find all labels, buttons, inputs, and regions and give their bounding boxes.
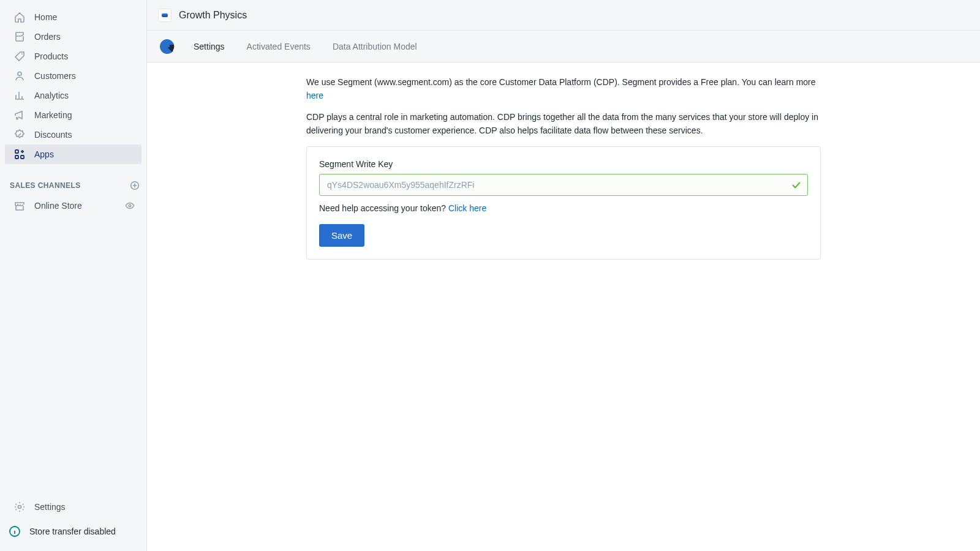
segment-write-key-label: Segment Write Key (319, 159, 808, 169)
app-title: Growth Physics (179, 10, 247, 21)
sidebar-item-analytics[interactable]: Analytics (5, 86, 141, 105)
bar-chart-icon (13, 89, 26, 102)
svg-point-1 (18, 72, 21, 76)
svg-point-0 (21, 53, 23, 54)
app-logo-icon (158, 9, 172, 22)
sidebar-item-discounts[interactable]: Discounts (5, 125, 141, 144)
sidebar-item-label: Apps (34, 150, 54, 159)
growth-physics-logo-icon (158, 37, 176, 56)
help-row: Need help accessing your token? Click he… (319, 203, 808, 213)
segment-write-key-input[interactable] (319, 174, 808, 196)
tag-icon (13, 50, 26, 62)
save-button[interactable]: Save (319, 224, 364, 247)
store-transfer-row[interactable]: Store transfer disabled (0, 517, 146, 546)
sidebar-item-label: Discounts (34, 130, 72, 139)
sidebar-item-home[interactable]: Home (5, 7, 141, 27)
svg-point-7 (18, 506, 21, 509)
tab-label: Data Attribution Model (333, 42, 417, 51)
add-channel-icon[interactable] (129, 180, 140, 191)
learn-more-link[interactable]: here (306, 91, 323, 100)
app-tabbar: Settings Activated Events Data Attributi… (147, 31, 980, 62)
megaphone-icon (13, 109, 26, 121)
store-icon (13, 200, 26, 212)
sidebar: Home Orders Products Customers Analytics (0, 0, 147, 551)
sidebar-item-label: Online Store (34, 201, 82, 210)
click-here-link[interactable]: Click here (448, 203, 486, 213)
tab-data-attribution[interactable]: Data Attribution Model (322, 31, 428, 62)
tab-label: Settings (194, 42, 225, 51)
check-icon (791, 179, 802, 190)
tab-label: Activated Events (247, 42, 311, 51)
sidebar-item-settings[interactable]: Settings (5, 497, 141, 517)
sidebar-item-label: Customers (34, 72, 76, 80)
sidebar-item-products[interactable]: Products (5, 47, 141, 66)
store-transfer-label: Store transfer disabled (29, 527, 116, 536)
sidebar-item-online-store[interactable]: Online Store (5, 196, 141, 216)
sidebar-channels-heading: SALES CHANNELS (0, 164, 146, 196)
svg-point-6 (129, 204, 131, 207)
sidebar-item-customers[interactable]: Customers (5, 66, 141, 86)
gear-icon (13, 501, 26, 513)
apps-icon (13, 148, 26, 160)
eye-icon[interactable] (124, 200, 135, 211)
orders-icon (13, 31, 26, 43)
intro-paragraph-1: We use Segment (www.segment.com) as the … (306, 76, 821, 102)
segment-form-card: Segment Write Key Need help accessing yo… (306, 146, 821, 260)
info-icon (9, 525, 21, 538)
sidebar-item-label: Orders (34, 32, 61, 41)
main-column: Growth Physics Settings Activated Events… (147, 0, 980, 551)
content-area: We use Segment (www.segment.com) as the … (147, 62, 980, 551)
svg-rect-3 (15, 156, 18, 159)
tab-settings[interactable]: Settings (194, 31, 236, 62)
sidebar-item-apps[interactable]: Apps (5, 144, 141, 164)
user-icon (13, 70, 26, 82)
svg-rect-4 (21, 156, 24, 159)
sidebar-item-marketing[interactable]: Marketing (5, 105, 141, 125)
sidebar-item-label: Products (34, 52, 68, 61)
sidebar-item-label: Home (34, 13, 57, 21)
sidebar-item-label: Settings (34, 503, 66, 511)
tab-activated-events[interactable]: Activated Events (236, 31, 322, 62)
intro-paragraph-2: CDP plays a central role in marketing au… (306, 111, 821, 137)
sidebar-item-orders[interactable]: Orders (5, 27, 141, 47)
sidebar-item-label: Analytics (34, 91, 69, 100)
discount-icon (13, 129, 26, 141)
app-title-bar: Growth Physics (147, 0, 980, 31)
sidebar-item-label: Marketing (34, 111, 72, 119)
svg-rect-2 (15, 150, 18, 153)
home-icon (13, 11, 26, 23)
